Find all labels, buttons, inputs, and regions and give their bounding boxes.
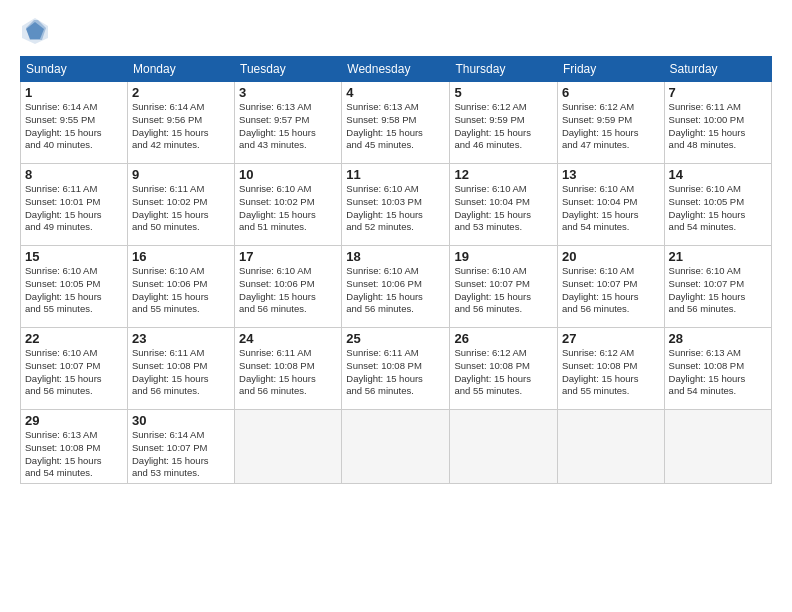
day-number: 27 — [562, 331, 660, 346]
table-row: 16Sunrise: 6:10 AM Sunset: 10:06 PM Dayl… — [127, 246, 234, 328]
table-row: 11Sunrise: 6:10 AM Sunset: 10:03 PM Dayl… — [342, 164, 450, 246]
day-info: Sunrise: 6:11 AM Sunset: 10:00 PM Daylig… — [669, 101, 767, 152]
day-number: 30 — [132, 413, 230, 428]
day-info: Sunrise: 6:11 AM Sunset: 10:01 PM Daylig… — [25, 183, 123, 234]
day-info: Sunrise: 6:11 AM Sunset: 10:08 PM Daylig… — [346, 347, 445, 398]
table-row: 17Sunrise: 6:10 AM Sunset: 10:06 PM Dayl… — [235, 246, 342, 328]
day-info: Sunrise: 6:11 AM Sunset: 10:02 PM Daylig… — [132, 183, 230, 234]
table-row: 27Sunrise: 6:12 AM Sunset: 10:08 PM Dayl… — [557, 328, 664, 410]
day-number: 24 — [239, 331, 337, 346]
table-row: 28Sunrise: 6:13 AM Sunset: 10:08 PM Dayl… — [664, 328, 771, 410]
week-row-3: 15Sunrise: 6:10 AM Sunset: 10:05 PM Dayl… — [21, 246, 772, 328]
table-row: 14Sunrise: 6:10 AM Sunset: 10:05 PM Dayl… — [664, 164, 771, 246]
day-info: Sunrise: 6:14 AM Sunset: 9:56 PM Dayligh… — [132, 101, 230, 152]
day-number: 12 — [454, 167, 552, 182]
day-info: Sunrise: 6:10 AM Sunset: 10:07 PM Daylig… — [25, 347, 123, 398]
day-info: Sunrise: 6:10 AM Sunset: 10:03 PM Daylig… — [346, 183, 445, 234]
table-row: 21Sunrise: 6:10 AM Sunset: 10:07 PM Dayl… — [664, 246, 771, 328]
day-number: 14 — [669, 167, 767, 182]
table-row — [235, 410, 342, 484]
weekday-header-tuesday: Tuesday — [235, 57, 342, 82]
day-number: 25 — [346, 331, 445, 346]
day-info: Sunrise: 6:13 AM Sunset: 9:57 PM Dayligh… — [239, 101, 337, 152]
table-row: 3Sunrise: 6:13 AM Sunset: 9:57 PM Daylig… — [235, 82, 342, 164]
table-row: 6Sunrise: 6:12 AM Sunset: 9:59 PM Daylig… — [557, 82, 664, 164]
table-row: 30Sunrise: 6:14 AM Sunset: 10:07 PM Dayl… — [127, 410, 234, 484]
weekday-header-monday: Monday — [127, 57, 234, 82]
day-info: Sunrise: 6:12 AM Sunset: 9:59 PM Dayligh… — [454, 101, 552, 152]
day-number: 9 — [132, 167, 230, 182]
table-row: 8Sunrise: 6:11 AM Sunset: 10:01 PM Dayli… — [21, 164, 128, 246]
day-number: 18 — [346, 249, 445, 264]
table-row — [342, 410, 450, 484]
day-info: Sunrise: 6:12 AM Sunset: 9:59 PM Dayligh… — [562, 101, 660, 152]
table-row: 13Sunrise: 6:10 AM Sunset: 10:04 PM Dayl… — [557, 164, 664, 246]
day-info: Sunrise: 6:10 AM Sunset: 10:07 PM Daylig… — [454, 265, 552, 316]
week-row-4: 22Sunrise: 6:10 AM Sunset: 10:07 PM Dayl… — [21, 328, 772, 410]
header — [20, 16, 772, 46]
table-row: 25Sunrise: 6:11 AM Sunset: 10:08 PM Dayl… — [342, 328, 450, 410]
table-row: 18Sunrise: 6:10 AM Sunset: 10:06 PM Dayl… — [342, 246, 450, 328]
day-info: Sunrise: 6:13 AM Sunset: 9:58 PM Dayligh… — [346, 101, 445, 152]
table-row: 22Sunrise: 6:10 AM Sunset: 10:07 PM Dayl… — [21, 328, 128, 410]
weekday-header-thursday: Thursday — [450, 57, 557, 82]
calendar-table: SundayMondayTuesdayWednesdayThursdayFrid… — [20, 56, 772, 484]
table-row: 20Sunrise: 6:10 AM Sunset: 10:07 PM Dayl… — [557, 246, 664, 328]
day-number: 29 — [25, 413, 123, 428]
table-row: 26Sunrise: 6:12 AM Sunset: 10:08 PM Dayl… — [450, 328, 557, 410]
day-number: 11 — [346, 167, 445, 182]
day-info: Sunrise: 6:10 AM Sunset: 10:07 PM Daylig… — [562, 265, 660, 316]
day-number: 17 — [239, 249, 337, 264]
day-number: 1 — [25, 85, 123, 100]
day-number: 22 — [25, 331, 123, 346]
day-number: 13 — [562, 167, 660, 182]
table-row: 5Sunrise: 6:12 AM Sunset: 9:59 PM Daylig… — [450, 82, 557, 164]
day-info: Sunrise: 6:10 AM Sunset: 10:02 PM Daylig… — [239, 183, 337, 234]
day-number: 4 — [346, 85, 445, 100]
weekday-header-wednesday: Wednesday — [342, 57, 450, 82]
day-info: Sunrise: 6:10 AM Sunset: 10:07 PM Daylig… — [669, 265, 767, 316]
day-number: 2 — [132, 85, 230, 100]
day-info: Sunrise: 6:13 AM Sunset: 10:08 PM Daylig… — [25, 429, 123, 480]
week-row-1: 1Sunrise: 6:14 AM Sunset: 9:55 PM Daylig… — [21, 82, 772, 164]
calendar-page: SundayMondayTuesdayWednesdayThursdayFrid… — [0, 0, 792, 612]
weekday-header-saturday: Saturday — [664, 57, 771, 82]
day-info: Sunrise: 6:14 AM Sunset: 10:07 PM Daylig… — [132, 429, 230, 480]
day-info: Sunrise: 6:10 AM Sunset: 10:04 PM Daylig… — [454, 183, 552, 234]
weekday-header-friday: Friday — [557, 57, 664, 82]
day-info: Sunrise: 6:13 AM Sunset: 10:08 PM Daylig… — [669, 347, 767, 398]
day-info: Sunrise: 6:11 AM Sunset: 10:08 PM Daylig… — [239, 347, 337, 398]
day-number: 3 — [239, 85, 337, 100]
table-row: 1Sunrise: 6:14 AM Sunset: 9:55 PM Daylig… — [21, 82, 128, 164]
table-row: 4Sunrise: 6:13 AM Sunset: 9:58 PM Daylig… — [342, 82, 450, 164]
table-row: 12Sunrise: 6:10 AM Sunset: 10:04 PM Dayl… — [450, 164, 557, 246]
week-row-2: 8Sunrise: 6:11 AM Sunset: 10:01 PM Dayli… — [21, 164, 772, 246]
weekday-header-row: SundayMondayTuesdayWednesdayThursdayFrid… — [21, 57, 772, 82]
day-info: Sunrise: 6:10 AM Sunset: 10:05 PM Daylig… — [25, 265, 123, 316]
day-info: Sunrise: 6:10 AM Sunset: 10:05 PM Daylig… — [669, 183, 767, 234]
day-info: Sunrise: 6:10 AM Sunset: 10:06 PM Daylig… — [346, 265, 445, 316]
logo — [20, 16, 54, 46]
table-row: 23Sunrise: 6:11 AM Sunset: 10:08 PM Dayl… — [127, 328, 234, 410]
day-info: Sunrise: 6:14 AM Sunset: 9:55 PM Dayligh… — [25, 101, 123, 152]
day-number: 21 — [669, 249, 767, 264]
table-row: 24Sunrise: 6:11 AM Sunset: 10:08 PM Dayl… — [235, 328, 342, 410]
day-number: 15 — [25, 249, 123, 264]
day-number: 23 — [132, 331, 230, 346]
day-number: 26 — [454, 331, 552, 346]
day-number: 5 — [454, 85, 552, 100]
table-row: 7Sunrise: 6:11 AM Sunset: 10:00 PM Dayli… — [664, 82, 771, 164]
table-row: 19Sunrise: 6:10 AM Sunset: 10:07 PM Dayl… — [450, 246, 557, 328]
day-info: Sunrise: 6:10 AM Sunset: 10:06 PM Daylig… — [239, 265, 337, 316]
table-row — [450, 410, 557, 484]
day-number: 16 — [132, 249, 230, 264]
table-row: 15Sunrise: 6:10 AM Sunset: 10:05 PM Dayl… — [21, 246, 128, 328]
table-row — [557, 410, 664, 484]
day-number: 6 — [562, 85, 660, 100]
day-info: Sunrise: 6:11 AM Sunset: 10:08 PM Daylig… — [132, 347, 230, 398]
table-row: 10Sunrise: 6:10 AM Sunset: 10:02 PM Dayl… — [235, 164, 342, 246]
day-number: 20 — [562, 249, 660, 264]
day-info: Sunrise: 6:12 AM Sunset: 10:08 PM Daylig… — [454, 347, 552, 398]
day-number: 7 — [669, 85, 767, 100]
table-row: 29Sunrise: 6:13 AM Sunset: 10:08 PM Dayl… — [21, 410, 128, 484]
